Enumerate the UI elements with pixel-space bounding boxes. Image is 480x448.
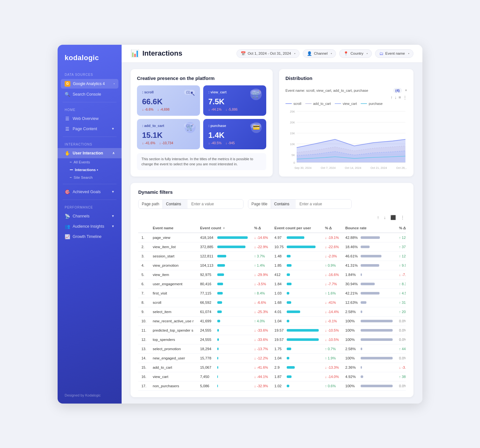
table-row: 12. top_spenders 24,555 ↓ -33.6% 19.57 ↓… xyxy=(138,335,406,344)
metrics-grid: : scroll (1) ▾ ↖ 66.6K ↓ -6.6% ↓ -4,698 xyxy=(137,85,266,149)
sidebar-item-growth-timeline[interactable]: 📈 Growth Timeline xyxy=(58,232,122,242)
user-interaction-label: User Interaction xyxy=(73,151,103,155)
user-interaction-chevron: ∧ xyxy=(112,151,115,155)
cell-bounce-rate: 100% xyxy=(342,381,396,390)
page-title-label: Page title xyxy=(248,200,271,208)
cell-num: 7. xyxy=(138,288,149,298)
sidebar-item-audience-insights[interactable]: 👥 Audience Insights ▼ xyxy=(58,221,122,232)
ga-icon: G xyxy=(65,81,70,87)
cell-d2: ↓ -22.6% xyxy=(322,242,342,251)
cell-event-count: 41,699 xyxy=(197,316,251,326)
cell-num: 17. xyxy=(138,381,149,390)
cell-num: 8. xyxy=(138,298,149,307)
cell-num: 5. xyxy=(138,270,149,279)
date-filter-dot: • xyxy=(294,52,295,55)
cell-num: 2. xyxy=(138,242,149,251)
page-content-label: Page Content xyxy=(73,127,97,131)
chart-x-labels: Sep 30, 2024 Oct 7, 2024 Oct 14, 2024 Oc… xyxy=(285,166,407,169)
distribution-actions: ↑ ↓ ≡ ⋮ xyxy=(285,95,407,100)
cell-d3: 0.0% xyxy=(396,326,406,335)
sidebar-item-search-console[interactable]: 🔍 Search Console xyxy=(58,89,122,99)
cell-bounce-rate: 18.46% xyxy=(342,242,396,251)
divider-4 xyxy=(63,200,116,200)
col-num xyxy=(138,224,149,233)
page-title-input[interactable] xyxy=(296,200,351,208)
legend-add-to-cart: add_to_cart xyxy=(305,102,331,106)
sort-asc-icon[interactable]: ↑ xyxy=(390,95,393,100)
col-event-count[interactable]: Event count ▾ xyxy=(197,224,251,233)
page-title-operator[interactable]: Contains Equals Starts with xyxy=(271,200,296,208)
cell-bounce-rate: 100% xyxy=(342,326,396,335)
metric-purchase-label: : purchase xyxy=(208,124,226,128)
sidebar-item-achieved-goals[interactable]: 🎯 Achieved Goals ▼ xyxy=(58,187,122,197)
cell-cpu: 1.02 xyxy=(271,381,322,390)
country-filter[interactable]: 📍 Country • xyxy=(339,49,372,58)
sidebar-item-user-interaction[interactable]: ✋ User Interaction ∧ xyxy=(58,148,122,158)
cell-event-count: 18,294 xyxy=(197,344,251,353)
user-interaction-icon: ✋ xyxy=(65,151,70,156)
purchase-delta2: ↓ -945 xyxy=(225,141,235,145)
filter-row: Page path Contains Equals Starts with Pa… xyxy=(138,199,406,209)
legend-scroll-label: scroll xyxy=(293,102,301,106)
cell-d2: ↓ -2.0% xyxy=(322,251,342,261)
sort-desc-icon[interactable]: ↓ xyxy=(395,95,397,100)
sidebar-item-web-overview[interactable]: ☰ Web Overview xyxy=(58,114,122,124)
col-bounce-rate[interactable]: Bounce rate xyxy=(342,224,396,233)
web-overview-icon: ☰ xyxy=(65,116,70,121)
sidebar-subitem-all-events[interactable]: All Events xyxy=(70,158,122,166)
sidebar-item-channels[interactable]: 📡 Channels ▼ xyxy=(58,211,122,221)
col-pct-delta-3: % Δ xyxy=(396,224,406,233)
cell-num: 10. xyxy=(138,316,149,326)
sidebar-item-page-content[interactable]: ☰ Page Content ▼ xyxy=(58,124,122,134)
event-name-filter-dot: • xyxy=(408,52,409,55)
toolbar-export[interactable]: ⬛ xyxy=(389,214,397,221)
page-path-operator[interactable]: Contains Equals Starts with xyxy=(163,200,188,208)
col-event-name[interactable]: Event name xyxy=(149,224,197,233)
add-cart-icon: 🛒 xyxy=(185,122,196,133)
cell-event-name: top_spenders xyxy=(149,335,197,344)
distribution-header: Distribution xyxy=(285,75,407,85)
cell-num: 12. xyxy=(138,335,149,344)
cell-bounce-rate: 42.88% xyxy=(342,233,396,242)
cursor-icon: ↖ xyxy=(190,90,196,98)
toolbar-sort-desc[interactable]: ↓ xyxy=(383,214,387,221)
distribution-chart: 25K 20K 15K 10K 5K 0 xyxy=(285,108,407,166)
date-filter[interactable]: 📅 Oct 1, 2024 - Oct 31, 2024 • xyxy=(236,49,300,58)
metric-view-cart-label: : view_cart xyxy=(208,90,227,94)
sidebar-subitem-interactions[interactable]: Interactions • xyxy=(70,166,122,174)
metric-scroll-deltas: ↓ -6.6% ↓ -4,698 xyxy=(142,107,195,111)
sidebar-item-google-analytics[interactable]: G Google Analytics 4 • xyxy=(61,79,118,89)
x-label-3: Oct 14, 2024 xyxy=(345,166,361,169)
cell-d3: ↑ 12.4% xyxy=(396,233,406,242)
date-filter-label: Oct 1, 2024 - Oct 31, 2024 xyxy=(248,51,291,55)
distribution-title: Distribution xyxy=(285,75,312,81)
more-options-icon[interactable]: ⋮ xyxy=(403,95,407,100)
section-label-home: Home xyxy=(58,108,122,114)
cell-event-name: view_cart xyxy=(149,372,197,381)
scroll-delta2: ↓ -4,698 xyxy=(157,107,170,111)
toolbar-sort-asc[interactable]: ↑ xyxy=(376,214,380,221)
cell-bounce-rate: 100% xyxy=(342,353,396,363)
filter-icon[interactable]: ≡ xyxy=(398,95,401,100)
metric-scroll-header: : scroll (1) ▾ xyxy=(142,90,195,95)
page-title-filter-group: Page title Contains Equals Starts with xyxy=(248,199,352,209)
cell-event-count: 66,592 xyxy=(197,298,251,307)
cell-bounce-rate: 100% xyxy=(342,335,396,344)
channel-filter[interactable]: 👤 Channel • xyxy=(303,49,336,58)
col-cpu[interactable]: Event count per user xyxy=(271,224,322,233)
table-row: 3. session_start 122,811 ↑ 3.7% 1.48 ↓ -… xyxy=(138,251,406,261)
cell-num: 15. xyxy=(138,363,149,372)
event-name-filter[interactable]: 🗂 Event name • xyxy=(375,49,413,58)
cell-event-count: 7,450 xyxy=(197,372,251,381)
dist-dropdown-icon[interactable]: ▾ xyxy=(405,88,407,92)
ga-dot: • xyxy=(114,82,115,85)
sidebar-subitem-site-search[interactable]: Site Search xyxy=(70,174,122,181)
cart-icon: 🛒 xyxy=(250,89,262,100)
distribution-card: Distribution Event name: scroll, view_ca… xyxy=(279,69,413,177)
toolbar-more[interactable]: ⋮ xyxy=(399,214,406,221)
x-label-1: Sep 30, 2024 xyxy=(294,166,312,169)
page-path-input[interactable] xyxy=(188,200,243,208)
country-filter-dot: • xyxy=(367,52,368,55)
cell-d2: ↑ 0.7% xyxy=(322,344,342,353)
x-label-5: Oct 28,.. xyxy=(396,166,407,169)
